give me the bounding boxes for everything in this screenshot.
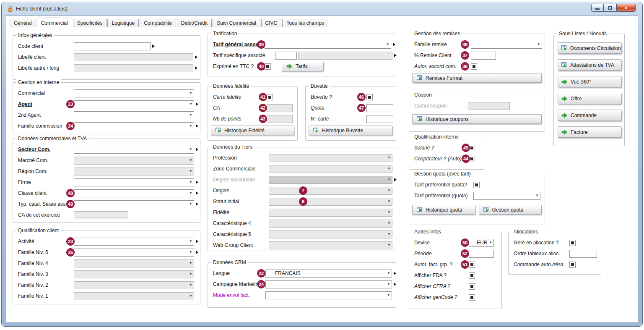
dropdown-arrow-icon: ▼ — [387, 156, 391, 160]
second-agent-select[interactable]: ▼ — [74, 111, 194, 119]
agent-select[interactable]: ▼ — [74, 100, 194, 108]
mode-envoi-fact-select[interactable]: ▼ — [265, 291, 392, 299]
tarif-preferentiel-quota-select[interactable]: ▼ — [473, 192, 540, 200]
field-link-arrow-icon[interactable] — [196, 191, 198, 195]
field-label: Firme — [18, 179, 74, 185]
historique-quota-button[interactable]: Historique quota — [412, 205, 475, 215]
firme-select[interactable]: ▼ — [74, 178, 194, 186]
field-label: Famille commission — [18, 123, 74, 129]
callout-badge: 36 — [461, 40, 469, 49]
tab-general[interactable]: Général — [10, 19, 36, 27]
field-link-arrow-icon[interactable] — [195, 55, 197, 59]
button-label: Facture — [571, 129, 588, 135]
tab-specificites[interactable]: Spécificités — [73, 19, 107, 27]
field-link-arrow-icon[interactable] — [196, 102, 198, 106]
field-row: Activité 23 ▼ — [13, 236, 200, 247]
n-carte-input[interactable] — [366, 115, 393, 123]
field-link-arrow-icon[interactable] — [196, 124, 198, 128]
tab-commercial[interactable]: Commercial — [37, 18, 72, 28]
ttc-checkbox[interactable] — [265, 63, 271, 70]
offre-button[interactable]: Offre — [558, 93, 621, 104]
field-link-arrow-icon[interactable] — [394, 283, 396, 286]
green-arrow-icon — [561, 113, 568, 118]
tab-tous-les-champs[interactable]: Tous les champs — [282, 19, 328, 27]
langue-select[interactable]: FRANÇAIS▼ — [265, 270, 392, 278]
historique-coupons-button[interactable]: Historique coupons — [412, 114, 542, 124]
vue-360-button[interactable]: Vue 360° — [558, 76, 621, 87]
field-label: CA de cet exercice — [18, 212, 74, 218]
pct-remise-client-input[interactable] — [471, 52, 496, 60]
dropdown-arrow-icon: ▼ — [387, 233, 391, 236]
origine-select: ▼ — [269, 187, 392, 195]
field-link-arrow-icon[interactable] — [195, 66, 197, 70]
field-label: Famille Niv. 3 — [18, 271, 74, 277]
tab-debit-credit[interactable]: Débit/Crédit — [177, 19, 212, 27]
gestion-quota-button[interactable]: Gestion quota — [479, 205, 542, 215]
tab-suivi-commercial[interactable]: Suivi Commercial — [213, 19, 260, 27]
callout-badge: 37 — [461, 51, 469, 60]
carte-fidelite-checkbox[interactable] — [267, 94, 273, 100]
field-link-arrow-icon[interactable] — [196, 251, 198, 254]
tarif-specifique-code-input[interactable] — [275, 52, 297, 60]
field-link-arrow-icon[interactable] — [393, 43, 395, 46]
field-link-arrow-icon[interactable] — [196, 202, 198, 206]
field-link-arrow-icon[interactable] — [394, 272, 396, 275]
autor-fact-grp-checkbox[interactable] — [469, 262, 475, 268]
code-client-input[interactable] — [74, 42, 151, 50]
field-link-arrow-icon[interactable] — [196, 148, 198, 151]
commande-button[interactable]: Commande — [558, 110, 621, 121]
devise-select[interactable]: EUR▼ — [469, 239, 494, 247]
famille-commission-select[interactable]: ▼ — [74, 122, 194, 130]
attestations-tva-button[interactable]: Attestations de TVA — [558, 59, 621, 71]
button-label: Documents Circulation — [570, 45, 621, 51]
callout-badge: 23 — [66, 237, 75, 246]
group-donnees-tiers: Données du Tiers Profession ▼ Zone Comme… — [208, 147, 396, 251]
remises-format-button[interactable]: Remises Format — [412, 73, 542, 83]
classe-client-select[interactable]: ▼ — [74, 189, 194, 197]
tarif-preferentiel-quota-checkbox[interactable] — [473, 182, 480, 188]
minimize-button[interactable] — [591, 4, 604, 12]
commande-auto-resa-checkbox[interactable] — [569, 262, 576, 268]
field-link-arrow-icon[interactable] — [394, 54, 397, 57]
gere-en-allocation-checkbox[interactable] — [569, 240, 576, 246]
field-link-arrow-icon[interactable] — [196, 181, 198, 184]
facture-button[interactable]: Facture — [558, 126, 621, 138]
field-label: Caractéristique 5 — [213, 231, 269, 237]
buvette-checkbox[interactable] — [366, 94, 373, 100]
close-button[interactable]: × — [616, 4, 636, 12]
historique-fidelite-button[interactable]: Historique Fidélité — [211, 126, 294, 135]
field-link-arrow-icon[interactable] — [152, 45, 155, 48]
field-link-arrow-icon[interactable] — [196, 240, 198, 243]
group-donnees-fidelite: Données fidélité Carte fidélité 41 CA 42… — [208, 86, 298, 141]
famille-niv5-select[interactable]: ▼ — [74, 249, 194, 257]
field-label: N° carte — [311, 116, 366, 122]
secteur-com-select[interactable]: ▼ — [74, 146, 194, 154]
afficher-cfra-checkbox[interactable] — [469, 283, 475, 290]
documents-circulation-button[interactable]: Documents Circulation — [558, 42, 621, 54]
afficher-gencode-checkbox[interactable] — [469, 294, 475, 301]
dropdown-arrow-icon: ▼ — [387, 293, 390, 297]
grid-window-icon — [561, 45, 567, 51]
autor-accord-com-checkbox[interactable] — [471, 63, 477, 70]
tarifs-button[interactable]: Tarifs — [282, 62, 324, 71]
tab-civc[interactable]: CIVC — [261, 19, 282, 27]
typ-catal-select[interactable]: ▼ — [74, 200, 194, 208]
afficher-fda-checkbox[interactable] — [469, 272, 475, 279]
field-link-arrow-icon[interactable] — [394, 178, 397, 181]
tab-comptabilite[interactable]: Comptabilité — [140, 19, 176, 27]
activite-select[interactable]: ▼ — [74, 238, 194, 246]
ordre-tableaux-alloc-input[interactable] — [569, 250, 597, 258]
group-infos-generales: Infos générales Code client Libellé clie… — [13, 35, 200, 80]
campagne-marketing-select[interactable]: ▼ — [265, 280, 392, 288]
famille-remise-select[interactable]: ▼ — [471, 41, 542, 49]
famille-niv3-select: ▼ — [74, 270, 194, 278]
historique-buvette-button[interactable]: Historique Buvette — [309, 126, 393, 135]
dropdown-arrow-icon: ▼ — [189, 159, 192, 162]
tab-logistique[interactable]: Logistique — [107, 19, 139, 27]
maximize-button[interactable] — [604, 4, 616, 12]
commercial-select[interactable]: ▼ — [74, 89, 194, 97]
periode-input[interactable] — [469, 250, 494, 258]
field-row: Web Group Client ▼ — [208, 240, 396, 251]
tarif-general-select[interactable]: ▼ — [265, 41, 391, 49]
quota-input[interactable] — [366, 104, 393, 112]
